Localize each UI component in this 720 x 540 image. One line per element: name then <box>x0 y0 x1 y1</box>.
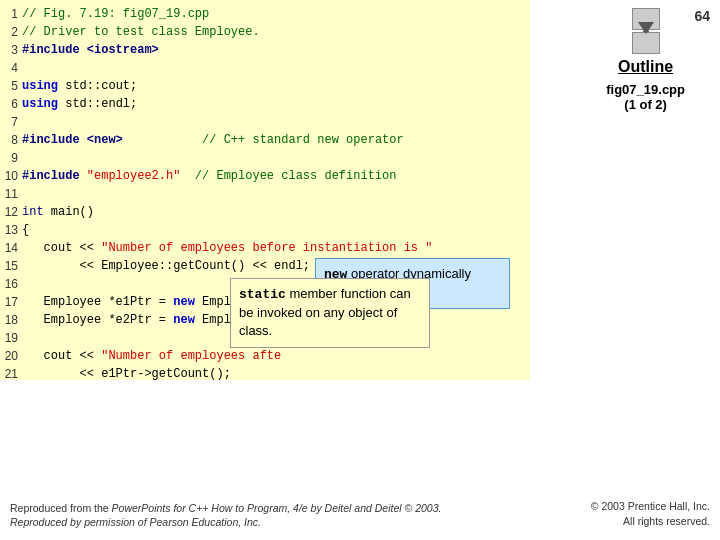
page-number: 64 <box>694 8 710 24</box>
arrow-down-button[interactable] <box>632 32 660 54</box>
code-line-4: 4 <box>0 60 530 78</box>
tooltip-static-keyword: static <box>239 287 286 302</box>
code-line-2: 2 // Driver to test class Employee. <box>0 24 530 42</box>
code-line-13: 13 { <box>0 222 530 240</box>
tooltip-static: static member function can be invoked on… <box>230 278 430 348</box>
code-line-14: 14 cout << "Number of employees before i… <box>0 240 530 258</box>
code-line-5: 5 using std::cout; <box>0 78 530 96</box>
code-line-1: 1 // Fig. 7.19: fig07_19.cpp <box>0 6 530 24</box>
code-line-10: 10 #include "employee2.h" // Employee cl… <box>0 168 530 186</box>
outline-panel: Outline fig07_19.cpp (1 of 2) <box>606 8 685 112</box>
bottom-bar: Reproduced from the PowerPoints for C++ … <box>10 499 710 531</box>
footer-right: © 2003 Prentice Hall, Inc. All rights re… <box>591 499 710 531</box>
outline-filename: fig07_19.cpp (1 of 2) <box>606 82 685 112</box>
outline-arrows <box>632 8 660 54</box>
code-line-8: 8 #include <new> // C++ standard new ope… <box>0 132 530 150</box>
code-line-12: 12 int main() <box>0 204 530 222</box>
footer-left: Reproduced from the PowerPoints for C++ … <box>10 501 490 530</box>
code-line-3: 3 #include <iostream> <box>0 42 530 60</box>
code-line-20: 20 cout << "Number of employees afte <box>0 348 530 366</box>
code-line-7: 7 <box>0 114 530 132</box>
arrow-down-icon <box>638 34 654 52</box>
code-line-6: 6 using std::endl; <box>0 96 530 114</box>
code-line-9: 9 <box>0 150 530 168</box>
code-line-21: 21 << e1Ptr->getCount(); <box>0 366 530 380</box>
outline-label: Outline <box>618 58 673 76</box>
code-line-11: 11 <box>0 186 530 204</box>
